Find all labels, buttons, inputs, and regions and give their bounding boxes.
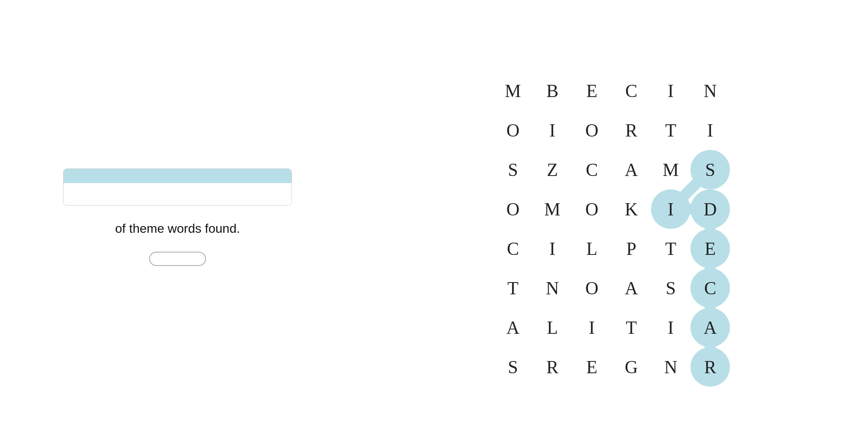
found-text-of: of bbox=[115, 221, 129, 236]
theme-header bbox=[64, 169, 292, 183]
grid-wrapper: MBECINOIORTISZCAMSOMOKIDCILPTETNOASCALIT… bbox=[493, 71, 730, 387]
cell-2-2[interactable]: C bbox=[572, 150, 612, 189]
theme-card bbox=[63, 168, 292, 206]
cell-6-1[interactable]: L bbox=[533, 308, 572, 347]
cell-4-2[interactable]: L bbox=[572, 229, 612, 268]
cell-0-1[interactable]: B bbox=[533, 71, 572, 110]
cell-4-3[interactable]: P bbox=[612, 229, 651, 268]
cell-3-1[interactable]: M bbox=[533, 189, 572, 229]
cell-1-1[interactable]: I bbox=[533, 110, 572, 150]
cell-1-0[interactable]: O bbox=[493, 110, 533, 150]
theme-value bbox=[64, 183, 292, 205]
cell-4-5[interactable]: E bbox=[690, 229, 730, 268]
cell-4-1[interactable]: I bbox=[533, 229, 572, 268]
letter-grid: MBECINOIORTISZCAMSOMOKIDCILPTETNOASCALIT… bbox=[493, 71, 730, 387]
app-container: of theme words found. M bbox=[0, 0, 868, 434]
cell-2-4[interactable]: M bbox=[651, 150, 690, 189]
cell-7-2[interactable]: E bbox=[572, 347, 612, 387]
cell-6-3[interactable]: T bbox=[612, 308, 651, 347]
cell-3-2[interactable]: O bbox=[572, 189, 612, 229]
cell-7-5[interactable]: R bbox=[690, 347, 730, 387]
cell-0-0[interactable]: M bbox=[493, 71, 533, 110]
cell-0-5[interactable]: N bbox=[690, 71, 730, 110]
cell-5-5[interactable]: C bbox=[690, 268, 730, 308]
found-text-suffix: theme words found. bbox=[129, 221, 240, 236]
cell-6-2[interactable]: I bbox=[572, 308, 612, 347]
cell-5-1[interactable]: N bbox=[533, 268, 572, 308]
cell-5-2[interactable]: O bbox=[572, 268, 612, 308]
cell-2-5[interactable]: S bbox=[690, 150, 730, 189]
cell-7-0[interactable]: S bbox=[493, 347, 533, 387]
cell-5-0[interactable]: T bbox=[493, 268, 533, 308]
right-panel: MBECINOIORTISZCAMSOMOKIDCILPTETNOASCALIT… bbox=[355, 0, 868, 434]
cell-1-2[interactable]: O bbox=[572, 110, 612, 150]
cell-0-2[interactable]: E bbox=[572, 71, 612, 110]
cell-2-3[interactable]: A bbox=[612, 150, 651, 189]
cell-4-0[interactable]: C bbox=[493, 229, 533, 268]
cell-7-3[interactable]: G bbox=[612, 347, 651, 387]
cell-4-4[interactable]: T bbox=[651, 229, 690, 268]
cell-3-4[interactable]: I bbox=[651, 189, 690, 229]
cell-1-5[interactable]: I bbox=[690, 110, 730, 150]
cell-0-4[interactable]: I bbox=[651, 71, 690, 110]
cell-0-3[interactable]: C bbox=[612, 71, 651, 110]
cell-6-4[interactable]: I bbox=[651, 308, 690, 347]
found-text: of theme words found. bbox=[115, 221, 240, 236]
cell-6-5[interactable]: A bbox=[690, 308, 730, 347]
cell-7-4[interactable]: N bbox=[651, 347, 690, 387]
cell-5-4[interactable]: S bbox=[651, 268, 690, 308]
cell-2-1[interactable]: Z bbox=[533, 150, 572, 189]
cell-1-4[interactable]: T bbox=[651, 110, 690, 150]
hint-button[interactable] bbox=[149, 252, 206, 266]
cell-3-3[interactable]: K bbox=[612, 189, 651, 229]
cell-3-0[interactable]: O bbox=[493, 189, 533, 229]
cell-7-1[interactable]: R bbox=[533, 347, 572, 387]
cell-2-0[interactable]: S bbox=[493, 150, 533, 189]
cell-6-0[interactable]: A bbox=[493, 308, 533, 347]
cell-5-3[interactable]: A bbox=[612, 268, 651, 308]
cell-3-5[interactable]: D bbox=[690, 189, 730, 229]
left-panel: of theme words found. bbox=[0, 0, 355, 434]
cell-1-3[interactable]: R bbox=[612, 110, 651, 150]
